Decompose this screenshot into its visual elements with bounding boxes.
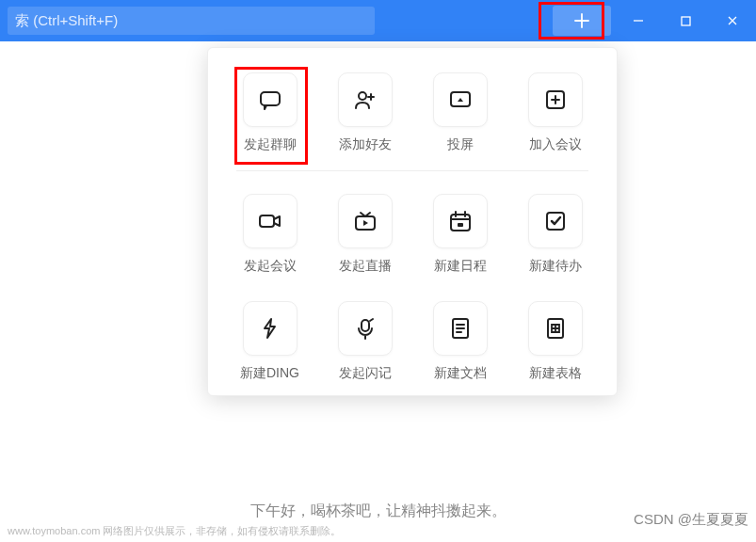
label: 发起直播 (339, 258, 392, 275)
plus-dropdown: 发起群聊 添加好友 投屏 加入会议 发起会议 (207, 47, 618, 396)
label: 新建表格 (529, 365, 582, 382)
icon-box (528, 194, 583, 248)
plus-icon (573, 12, 590, 29)
item-new-sheet[interactable]: 新建表格 (522, 301, 588, 382)
join-meeting-icon (542, 87, 569, 113)
window-controls (615, 0, 756, 41)
live-icon (352, 208, 378, 234)
item-new-doc[interactable]: 新建文档 (426, 301, 493, 382)
label: 新建文档 (434, 365, 487, 382)
ding-icon (257, 315, 283, 342)
icon-box (433, 72, 488, 127)
icon-box (338, 301, 393, 356)
item-new-ding[interactable]: 新建DING (236, 301, 303, 382)
item-new-schedule[interactable]: 新建日程 (426, 194, 493, 275)
chat-icon (257, 87, 283, 113)
label: 新建DING (240, 365, 299, 382)
dropdown-row-3: 新建DING 发起闪记 新建文档 新建表格 (221, 301, 603, 382)
search-hint: 索 (Ctrl+Shift+F) (15, 12, 118, 30)
sheet-icon (542, 315, 569, 342)
icon-box (243, 301, 298, 356)
video-icon (257, 208, 283, 234)
item-cast[interactable]: 投屏 (426, 72, 493, 153)
label: 发起会议 (244, 258, 297, 275)
add-friend-icon (352, 87, 378, 113)
greeting-text: 下午好，喝杯茶吧，让精神抖擞起来。 (250, 502, 507, 521)
minimize-icon (632, 14, 645, 27)
label: 新建待办 (529, 258, 582, 275)
svg-rect-8 (458, 223, 463, 227)
item-flash-note[interactable]: 发起闪记 (331, 301, 398, 382)
flash-note-icon (352, 315, 378, 342)
plus-button[interactable] (553, 6, 611, 36)
dropdown-row-2: 发起会议 发起直播 新建日程 新建待办 (221, 194, 603, 275)
icon-box (338, 72, 393, 127)
dropdown-row-1: 发起群聊 添加好友 投屏 加入会议 (221, 72, 603, 153)
icon-box (528, 72, 583, 127)
maximize-icon (680, 15, 692, 27)
close-icon (726, 14, 739, 27)
calendar-icon (447, 208, 474, 234)
label: 发起群聊 (244, 136, 297, 153)
cast-icon (447, 87, 474, 113)
svg-rect-0 (682, 17, 690, 25)
minimize-button[interactable] (615, 0, 662, 41)
icon-box (433, 301, 488, 356)
item-join-meeting[interactable]: 加入会议 (522, 72, 588, 153)
svg-rect-7 (451, 215, 470, 231)
divider (236, 170, 588, 171)
icon-box (243, 194, 298, 248)
icon-box (433, 194, 488, 248)
todo-icon (542, 208, 569, 234)
item-add-friend[interactable]: 添加好友 (331, 72, 398, 153)
titlebar: 索 (Ctrl+Shift+F) (0, 0, 756, 41)
label: 投屏 (447, 136, 474, 153)
watermark-right: CSDN @生夏夏夏 (634, 511, 748, 529)
close-button[interactable] (709, 0, 756, 41)
doc-icon (447, 315, 474, 342)
label: 发起闪记 (339, 365, 392, 382)
watermark-left: www.toymoban.com 网络图片仅供展示，非存储，如有侵权请联系删除。 (8, 524, 341, 538)
item-start-group-chat[interactable]: 发起群聊 (236, 72, 303, 153)
icon-box (338, 194, 393, 248)
item-new-todo[interactable]: 新建待办 (522, 194, 588, 275)
label: 新建日程 (434, 258, 487, 275)
svg-rect-1 (261, 92, 280, 105)
icon-box (528, 301, 583, 356)
search-input[interactable]: 索 (Ctrl+Shift+F) (8, 7, 375, 35)
label: 添加好友 (339, 136, 392, 153)
maximize-button[interactable] (662, 0, 709, 41)
item-start-meeting[interactable]: 发起会议 (236, 194, 303, 275)
label: 加入会议 (529, 136, 582, 153)
svg-rect-5 (260, 215, 274, 227)
item-start-live[interactable]: 发起直播 (331, 194, 398, 275)
svg-point-2 (359, 92, 366, 100)
icon-box (243, 72, 298, 127)
svg-rect-10 (362, 320, 369, 331)
